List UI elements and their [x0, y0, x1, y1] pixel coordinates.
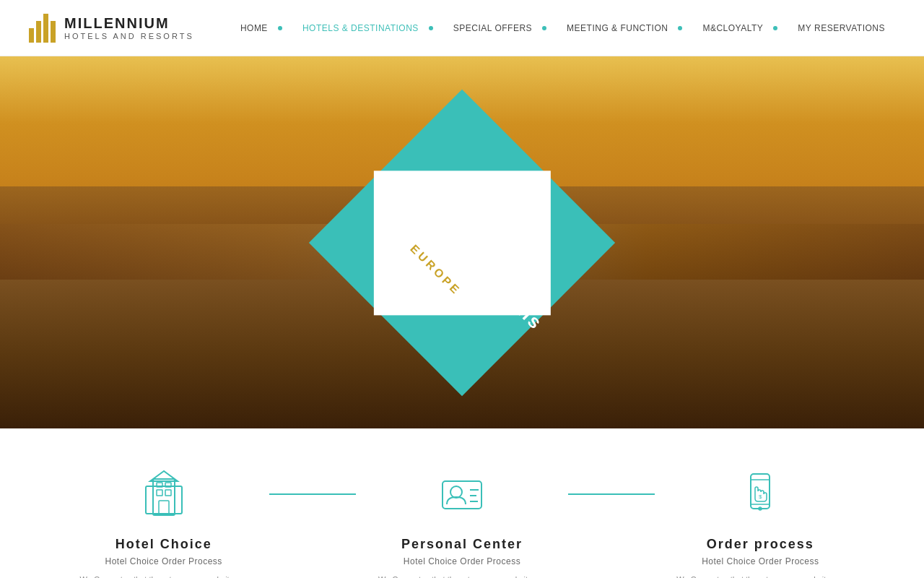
order-process-subtitle: Hotel Choice Order Process [676, 556, 845, 566]
feature-personal-center: Personal Center Hotel Choice Order Proce… [356, 465, 567, 578]
hotel-choice-desc: We Guarantee that the rates on our websi… [79, 574, 248, 578]
personal-center-desc: We Guarantee that the rates on our websi… [378, 574, 546, 578]
nav-dot-1 [278, 26, 282, 30]
building-icon [139, 468, 189, 519]
personal-center-subtitle: Hotel Choice Order Process [378, 556, 546, 566]
svg-rect-4 [159, 501, 169, 514]
logo-title: MILLENNIUM [64, 15, 194, 32]
feature-hotel-choice: Hotel Choice Hotel Choice Order Process … [58, 465, 269, 578]
nav-mcloyalty[interactable]: M&CLOYALTY [692, 23, 773, 33]
nav-hotels-label: HOTELS & DESTINATIONS [302, 23, 419, 33]
phone-payment-icon: $ [735, 468, 785, 519]
teal-diamond-shape: Hotel Locations enter destination or hot… [309, 89, 615, 395]
svg-line-1 [478, 225, 489, 236]
nav-hotels-destinations[interactable]: HOTELS & DESTINATIONS [292, 23, 429, 33]
nav-dot-2 [429, 26, 433, 30]
main-nav: HOME HOTELS & DESTINATIONS SPECIAL OFFER… [240, 23, 895, 33]
hero-section: Hotel Locations enter destination or hot… [0, 56, 924, 428]
hotel-choice-subtitle: Hotel Choice Order Process [79, 556, 248, 566]
svg-point-11 [450, 486, 462, 498]
logo-bars-icon [29, 14, 56, 43]
hotel-choice-icon-area [79, 465, 248, 522]
logo-text: MILLENNIUM HOTELS AND RESORTS [64, 15, 194, 40]
nav-reservations-label: MY RESERVATIONS [798, 23, 885, 33]
header: MILLENNIUM HOTELS AND RESORTS HOME HOTEL… [0, 0, 924, 56]
hotel-card-inner: Hotel Locations enter destination or hot… [374, 171, 551, 315]
order-process-icon-area: $ [676, 465, 845, 522]
nav-meeting-label: MEETING & FUNCTION [567, 23, 668, 33]
svg-rect-5 [157, 490, 162, 496]
connector-line-2 [568, 493, 655, 495]
nav-meeting-function[interactable]: MEETING & FUNCTION [557, 23, 678, 33]
hotel-choice-title: Hotel Choice [79, 537, 248, 552]
connector-2 [568, 465, 655, 495]
logo-subtitle: HOTELS AND RESORTS [64, 32, 194, 40]
logo-area: MILLENNIUM HOTELS AND RESORTS [29, 14, 194, 43]
connector-1 [269, 465, 356, 495]
nav-home-label: HOME [240, 23, 268, 33]
nav-special-offers[interactable]: SPECIAL OFFERS [443, 23, 542, 33]
nav-dot-4 [678, 26, 682, 30]
personal-center-icon-area [378, 465, 546, 522]
nav-special-label: SPECIAL OFFERS [453, 23, 532, 33]
nav-dot-3 [542, 26, 546, 30]
nav-home[interactable]: HOME [240, 23, 278, 33]
svg-rect-2 [146, 486, 182, 514]
features-section: Hotel Choice Hotel Choice Order Process … [0, 428, 924, 578]
svg-rect-6 [165, 490, 171, 496]
connector-line-1 [269, 493, 356, 495]
order-process-desc: We Guarantee that the rates on our websi… [676, 574, 845, 578]
personal-center-title: Personal Center [378, 537, 546, 552]
nav-dot-5 [773, 26, 777, 30]
card-content: Hotel Locations enter destination or hot… [383, 164, 541, 322]
order-process-title: Order process [676, 537, 845, 552]
feature-order-process: $ Order process Hotel Choice Order Proce… [655, 465, 866, 578]
nav-my-reservations[interactable]: MY RESERVATIONS [788, 23, 895, 33]
hotel-locations-card[interactable]: Hotel Locations enter destination or hot… [354, 134, 570, 351]
person-card-icon [437, 468, 487, 519]
svg-text:$: $ [759, 493, 762, 500]
nav-mcloyalty-label: M&CLOYALTY [702, 23, 763, 33]
svg-rect-15 [751, 474, 770, 509]
